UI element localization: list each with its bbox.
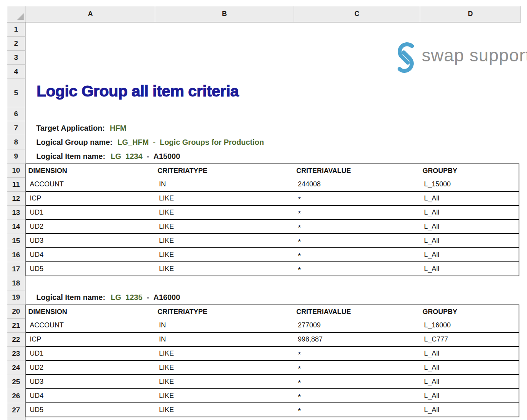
row-header-8[interactable]: 8 — [7, 135, 26, 149]
value-cell[interactable]: L_All — [421, 251, 519, 259]
logical-group-line[interactable]: Logical Group name: LG_HFM - Logic Group… — [36, 135, 264, 149]
row-header-13[interactable]: 13 — [7, 206, 26, 220]
value-cell[interactable]: LIKE — [156, 223, 294, 231]
logical-item-line-2[interactable]: Logical Item name: LG_1235 - A16000 — [36, 290, 180, 305]
value-cell[interactable]: UD2 — [26, 223, 156, 231]
value-cell[interactable]: IN — [156, 335, 294, 343]
value-cell[interactable]: * — [294, 251, 421, 259]
column-header-b[interactable]: B — [155, 6, 294, 22]
value-cell[interactable]: * — [294, 392, 421, 400]
row-header-2[interactable]: 2 — [7, 37, 26, 51]
value-cell[interactable]: ACCOUNT — [26, 180, 156, 188]
row-header-14[interactable]: 14 — [7, 220, 26, 234]
value-cell[interactable]: UD1 — [26, 349, 156, 357]
column-title-cell[interactable]: GROUPBY — [421, 167, 519, 175]
value-cell[interactable]: LIKE — [156, 237, 294, 245]
target-application-line[interactable]: Target Application: HFM — [36, 121, 126, 135]
row-header-9[interactable]: 9 — [7, 149, 26, 164]
row-header-23[interactable]: 23 — [7, 347, 26, 361]
value-cell[interactable]: * — [294, 406, 421, 414]
row-header-25[interactable]: 25 — [7, 375, 26, 389]
value-cell[interactable]: IN — [156, 180, 294, 188]
value-cell[interactable]: * — [294, 194, 421, 202]
value-cell[interactable]: UD4 — [26, 251, 156, 259]
page-title[interactable]: Logic Group all item criteria — [37, 82, 239, 100]
row-header-3[interactable]: 3 — [7, 51, 26, 65]
row-header-27[interactable]: 27 — [7, 403, 26, 417]
value-cell[interactable]: L_All — [421, 223, 519, 231]
logical-item-line-1[interactable]: Logical Item name: LG_1234 - A15000 — [36, 149, 180, 164]
row-header-19[interactable]: 19 — [7, 290, 26, 305]
column-title-cell[interactable]: GROUPBY — [421, 308, 519, 316]
row-header-20[interactable]: 20 — [7, 305, 26, 319]
value-cell[interactable]: LIKE — [156, 265, 294, 273]
value-cell[interactable]: LIKE — [156, 208, 294, 216]
value-cell[interactable]: UD5 — [26, 406, 156, 414]
value-cell[interactable]: L_C777 — [421, 335, 519, 343]
row-header-26[interactable]: 26 — [7, 389, 26, 403]
value-cell[interactable]: LIKE — [156, 378, 294, 386]
value-cell[interactable]: * — [294, 349, 421, 357]
column-title-cell[interactable]: CRITERIAVALUE — [294, 308, 421, 316]
value-cell[interactable]: LIKE — [156, 251, 294, 259]
row-header-22[interactable]: 22 — [7, 333, 26, 347]
row-header-12[interactable]: 12 — [7, 192, 26, 206]
column-header-c[interactable]: C — [294, 6, 420, 22]
value-cell[interactable]: LIKE — [156, 349, 294, 357]
row-header-5[interactable]: 5 — [7, 79, 26, 107]
value-cell[interactable]: UD4 — [26, 392, 156, 400]
value-cell[interactable]: * — [294, 237, 421, 245]
value-cell[interactable]: LIKE — [156, 364, 294, 372]
row-header-4[interactable]: 4 — [7, 65, 26, 79]
value-cell[interactable]: UD1 — [26, 208, 156, 216]
column-title-cell[interactable]: CRITERIATYPE — [156, 308, 294, 316]
row-header-15[interactable]: 15 — [7, 234, 26, 248]
value-cell[interactable]: L_All — [421, 378, 519, 386]
column-title-cell[interactable]: CRITERIATYPE — [156, 167, 294, 175]
value-cell[interactable]: * — [294, 378, 421, 386]
value-cell[interactable]: ACCOUNT — [26, 321, 156, 329]
select-all-corner[interactable] — [7, 6, 26, 22]
value-cell[interactable]: UD3 — [26, 378, 156, 386]
value-cell[interactable]: * — [294, 265, 421, 273]
value-cell[interactable]: * — [294, 208, 421, 216]
row-header-28[interactable]: 28 — [7, 417, 26, 420]
column-title-cell[interactable]: CRITERIAVALUE — [294, 167, 421, 175]
row-header-10[interactable]: 10 — [7, 164, 26, 178]
row-header-24[interactable]: 24 — [7, 361, 26, 375]
row-header-17[interactable]: 17 — [7, 262, 26, 276]
value-cell[interactable]: L_All — [421, 392, 519, 400]
value-cell[interactable]: * — [294, 364, 421, 372]
value-cell[interactable]: * — [294, 223, 421, 231]
value-cell[interactable]: L_15000 — [421, 180, 519, 188]
column-title-cell[interactable]: DIMENSION — [26, 308, 156, 316]
value-cell[interactable]: 244008 — [294, 180, 421, 188]
column-header-d[interactable]: D — [420, 6, 521, 22]
column-header-a[interactable]: A — [26, 6, 155, 22]
row-header-7[interactable]: 7 — [7, 121, 26, 135]
value-cell[interactable]: L_All — [421, 265, 519, 273]
row-header-11[interactable]: 11 — [7, 178, 26, 192]
row-header-6[interactable]: 6 — [7, 107, 26, 121]
value-cell[interactable]: ICP — [26, 335, 156, 343]
value-cell[interactable]: LIKE — [156, 392, 294, 400]
value-cell[interactable]: L_All — [421, 406, 519, 414]
column-title-cell[interactable]: DIMENSION — [26, 167, 156, 175]
row-header-16[interactable]: 16 — [7, 248, 26, 262]
value-cell[interactable]: UD2 — [26, 364, 156, 372]
value-cell[interactable]: ICP — [26, 194, 156, 202]
value-cell[interactable]: 998,887 — [294, 335, 421, 343]
value-cell[interactable]: LIKE — [156, 406, 294, 414]
value-cell[interactable]: LIKE — [156, 194, 294, 202]
row-header-21[interactable]: 21 — [7, 319, 26, 333]
value-cell[interactable]: IN — [156, 321, 294, 329]
row-header-1[interactable]: 1 — [7, 22, 26, 37]
value-cell[interactable]: UD5 — [26, 265, 156, 273]
value-cell[interactable]: L_16000 — [421, 321, 519, 329]
value-cell[interactable]: L_All — [421, 208, 519, 216]
value-cell[interactable]: UD3 — [26, 237, 156, 245]
value-cell[interactable]: L_All — [421, 364, 519, 372]
value-cell[interactable]: 277009 — [294, 321, 421, 329]
value-cell[interactable]: L_All — [421, 194, 519, 202]
row-header-18[interactable]: 18 — [7, 276, 26, 290]
